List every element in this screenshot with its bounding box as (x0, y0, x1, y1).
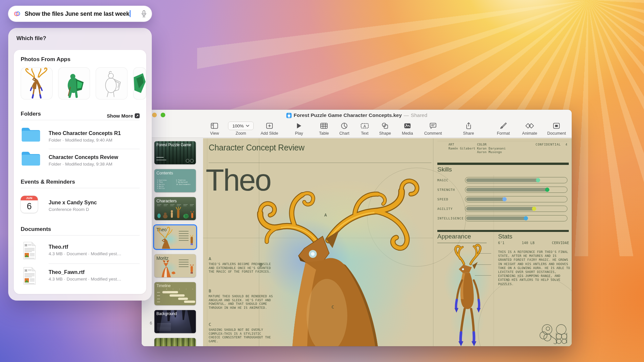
zoom-level-control[interactable]: 100% (228, 122, 254, 130)
thumb-title: Timeline (156, 283, 171, 288)
toolbar-button-view[interactable]: View (210, 122, 219, 136)
document-row-title[interactable]: Theo.rtf (49, 244, 68, 250)
toolbar-button-share[interactable]: Share (463, 122, 474, 136)
photo-thumbnail-turtle[interactable] (58, 67, 90, 100)
toolbar-button-label: Add Slide (261, 131, 278, 136)
events-section-header: Events & Reminders (21, 179, 75, 185)
skill-fill (466, 197, 506, 201)
note-key: C (209, 322, 273, 327)
slide-thumbnail-7[interactable]: Background (154, 310, 196, 333)
toolbar-button-chart[interactable]: Chart (339, 122, 350, 136)
photos-section-header: Photos From Apps (21, 56, 70, 63)
share-icon (465, 122, 472, 130)
calendar-day: 6 (21, 200, 38, 212)
toolbar-button-label: Format (497, 131, 510, 136)
text-icon: A (360, 122, 369, 130)
microphone-icon[interactable] (141, 10, 147, 18)
studio-logo (538, 323, 570, 345)
toolbar-button-format[interactable]: Format (497, 122, 510, 136)
toolbar-button-animate[interactable]: Animate (522, 122, 537, 136)
siri-query-input[interactable]: Show the files June sent me last week (25, 10, 141, 17)
documents-section-header: Documents (21, 226, 51, 233)
siri-apple-intelligence-icon (13, 10, 21, 18)
slide-thumbnail-4-selected[interactable]: Theo (154, 226, 196, 249)
rtf-document-icon: H (23, 267, 36, 285)
toolbar-button-label: Shape (379, 131, 391, 136)
skill-row-speed: SPEED (437, 196, 569, 202)
photo-thumbnail-partial[interactable] (133, 67, 146, 100)
chart-icon (341, 122, 348, 130)
thumb-title: Forest Puzzle Game (156, 143, 191, 147)
note-text: MATURE THEO SHOULD BE RENDERED AS ANGULA… (209, 294, 273, 309)
skill-track (465, 177, 567, 183)
confidential-label: CONFIDENTIAL (536, 143, 561, 147)
note-text: THEO'S ANTLERS BECOME PREHENSILE AND EXT… (209, 262, 273, 274)
folder-row-title[interactable]: Theo Character Concepts R1 (49, 130, 121, 136)
toolbar-button-table[interactable]: Table (319, 122, 329, 136)
play-icon (296, 122, 302, 130)
siri-search-bar[interactable]: Show the files June sent me last week (8, 6, 152, 22)
window-title: Forest Puzzle Game Character Concepts.ke… (142, 112, 572, 118)
slide-thumbnail-1[interactable]: Forest Puzzle Game (154, 141, 196, 164)
page-number: 4 (565, 143, 567, 147)
folder-icon (21, 126, 41, 143)
document-icon (553, 122, 561, 130)
thumb-logo-circles (186, 159, 194, 163)
toolbar-button-document[interactable]: Document (547, 122, 566, 136)
note-a: A THEO'S ANTLERS BECOME PREHENSILE AND E… (209, 257, 273, 274)
toolbar-button-label: Document (547, 131, 566, 136)
slide-thumbnail-3[interactable]: Characters (154, 197, 196, 220)
document-row-meta: 4.3 MB · Document · Modified yest… (49, 251, 121, 256)
skill-row-intelligence: INTELLIGENCE (437, 215, 569, 221)
toolbar-button-text[interactable]: AText (360, 122, 369, 136)
skill-row-strength: STRENGTH (437, 187, 569, 193)
skill-label: MAGIC (437, 178, 448, 182)
skill-dot (545, 188, 549, 192)
slide-thumbnail-2[interactable]: Contents 3 Overview 4 Theo 5 Moritz 8 Bo… (154, 169, 196, 192)
folder-icon (21, 150, 41, 167)
show-more-icon: ↗ (135, 113, 140, 118)
slide-thumbnail-8[interactable] (154, 338, 196, 346)
toolbar-button-add-slide[interactable]: Add Slide (261, 122, 278, 136)
panel-question: Which file? (16, 35, 46, 42)
folder-row-meta: Folder · Modified today, 9:38 AM (49, 162, 112, 167)
green-character-partial-image (133, 67, 146, 100)
animate-icon (525, 122, 534, 130)
shared-badge: Shared (411, 112, 427, 118)
add-slide-icon (265, 122, 273, 130)
window-titlebar[interactable]: Forest Puzzle Game Character Concepts.ke… (142, 110, 572, 120)
event-row-meta: Conference Room D (49, 207, 89, 212)
toolbar-button-shape[interactable]: Shape (379, 122, 391, 136)
skill-track (465, 187, 567, 193)
document-row-title[interactable]: Theo_Fawn.rtf (49, 269, 84, 275)
event-row-title[interactable]: June x Candy Sync (49, 200, 97, 206)
format-icon (499, 122, 507, 130)
slide-thumbnail-6[interactable]: Timeline (154, 282, 196, 305)
folder-row-title[interactable]: Character Concepts Review (49, 154, 118, 160)
credit-color: COLOR Karan Daryanani Aaron Musengo (477, 143, 506, 154)
folders-section-header: Folders (21, 111, 41, 117)
skill-label: STRENGTH (437, 188, 455, 192)
toolbar-button-media[interactable]: Media (402, 122, 413, 136)
skill-track (465, 206, 567, 212)
table-icon (320, 122, 328, 130)
theo-mini-art (154, 226, 196, 249)
skill-dot (536, 178, 540, 182)
art-marker-c: C (332, 305, 334, 309)
show-more-button[interactable]: Show More ↗ (107, 113, 140, 119)
toolbar-button-comment[interactable]: Comment (424, 122, 442, 136)
photo-thumbnail-sketch[interactable] (96, 67, 127, 100)
slide-thumbnail-5[interactable]: Moritz (154, 254, 196, 277)
document-row-meta: 4.3 MB · Document · Modified yest… (49, 277, 121, 282)
note-text: SHADING SHOULD NOT BE OVERLY COMPLEX—THI… (209, 328, 273, 343)
skill-row-agility: AGILITY (437, 206, 569, 212)
rtf-document-icon: H (23, 241, 36, 260)
toolbar-button-zoom[interactable]: 100%Zoom (228, 122, 254, 136)
calendar-month: JUN (21, 196, 38, 200)
slide-canvas[interactable]: Character Concept Review ART Ramón Gilab… (203, 138, 572, 346)
stats-description: THIS IS A REFERENCE FOR THEO'S FINAL STA… (498, 250, 571, 286)
photo-thumbnail-deer[interactable] (21, 67, 53, 100)
toolbar-button-play[interactable]: Play (295, 122, 303, 136)
view-icon (211, 122, 218, 130)
toolbar-button-label: Share (463, 131, 474, 136)
